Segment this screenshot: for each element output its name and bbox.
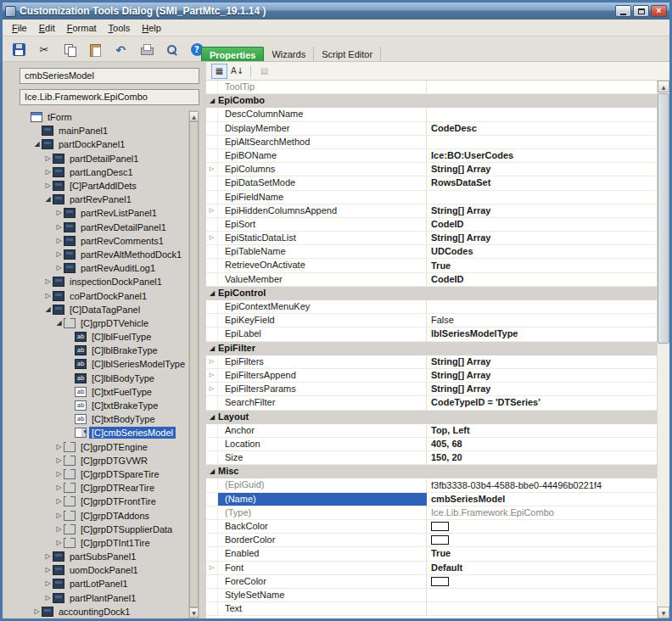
collapsed-icon[interactable]: ▷: [43, 293, 53, 299]
expanded-icon[interactable]: ◢: [43, 196, 53, 203]
collapsed-icon[interactable]: ▷: [54, 471, 64, 478]
tree-item[interactable]: ▷partRevDetailPanel1: [20, 221, 188, 234]
collapsed-icon[interactable]: ▷: [54, 512, 64, 519]
tree-scroll-thumb[interactable]: [189, 121, 199, 607]
property-category-misc[interactable]: ◢Misc: [206, 465, 657, 478]
tree-item[interactable]: ◢[C]DataTagPanel: [20, 303, 188, 316]
print-preview-button[interactable]: [162, 41, 181, 59]
property-row[interactable]: (Type)Ice.Lib.Framework.EpiCombo: [206, 506, 657, 520]
tree-item[interactable]: [C]txtBrakeType: [20, 399, 188, 412]
tree-item[interactable]: ▷inspectionDockPanel1: [20, 275, 188, 288]
property-row[interactable]: DescColumnName: [206, 108, 657, 121]
tree-scroll-down-button[interactable]: ▼: [189, 607, 199, 618]
property-row[interactable]: ▷FontDefault: [206, 562, 657, 575]
menu-item-tools[interactable]: Tools: [103, 21, 137, 35]
property-row[interactable]: Location405, 68: [206, 438, 657, 451]
property-expand-icon[interactable]: ▷: [206, 232, 218, 244]
expanded-icon[interactable]: ◢: [54, 320, 64, 327]
tree-item[interactable]: [C]lblSeriesModelType: [20, 357, 188, 371]
alphabetical-button[interactable]: A↓: [229, 64, 245, 79]
tree-item[interactable]: [C]lblFuelType: [20, 330, 188, 344]
tree-item[interactable]: ▷partSubsPanel1: [20, 550, 188, 563]
property-row[interactable]: RetrieveOnActivateTrue: [206, 259, 657, 272]
maximize-button[interactable]: [633, 5, 649, 17]
tree-scroll-up-button[interactable]: ▲: [189, 111, 199, 121]
tree-item[interactable]: ▷partLotPanel1: [20, 577, 188, 590]
property-category-layout[interactable]: ◢Layout: [206, 411, 657, 424]
tree-item[interactable]: [C]txtFuelType: [20, 385, 188, 399]
collapsed-icon[interactable]: ▷: [32, 608, 42, 615]
tree-item[interactable]: ▷partRevListPanel1: [20, 206, 188, 220]
property-category-epicombo[interactable]: ◢EpiCombo: [206, 94, 657, 108]
property-expand-icon[interactable]: ▷: [206, 383, 218, 395]
property-row[interactable]: ▷EpiFiltersParamsString[] Array: [206, 383, 657, 396]
tree-item[interactable]: ▷accountingDock1: [20, 605, 188, 618]
property-row[interactable]: ToolTip: [206, 81, 657, 94]
tree-item[interactable]: ▷[C]grpDTSupplierData: [20, 523, 188, 536]
collapsed-icon[interactable]: ▷: [43, 595, 53, 601]
minimize-button[interactable]: [615, 5, 631, 17]
tree-item[interactable]: ▷partDetailPanel1: [20, 152, 188, 165]
property-row[interactable]: EpiDataSetModeRowsDataSet: [206, 176, 657, 190]
tree-item[interactable]: ▷[C]grpDTInt1Tire: [20, 536, 188, 550]
property-row[interactable]: EpiSortCodeID: [206, 218, 657, 232]
tree-item[interactable]: [C]cmbSeriesModel: [20, 426, 188, 439]
tree-item[interactable]: ▷[C]grpDTAddons: [20, 508, 188, 522]
collapsed-icon[interactable]: ▷: [54, 251, 64, 258]
property-row[interactable]: ▷EpiFiltersString[] Array: [206, 355, 657, 369]
property-row[interactable]: ValueMemberCodeID: [206, 273, 657, 287]
tree-item[interactable]: ▷uomDockPanel1: [20, 563, 188, 577]
collapsed-icon[interactable]: ▷: [43, 278, 53, 285]
property-row[interactable]: Text: [206, 602, 657, 616]
tree-item[interactable]: [C]txtBodyType: [20, 412, 188, 426]
paste-button[interactable]: [86, 41, 104, 59]
tree-item[interactable]: ▷[C]grpDTRearTire: [20, 481, 188, 495]
property-row[interactable]: Size150, 20: [206, 451, 657, 465]
property-expand-icon[interactable]: ▷: [206, 355, 218, 368]
property-expand-icon[interactable]: ▷: [206, 369, 218, 382]
property-row[interactable]: BackColor: [206, 520, 657, 534]
menu-item-edit[interactable]: Edit: [33, 21, 61, 35]
collapsed-icon[interactable]: ▷: [54, 526, 64, 533]
tree-item[interactable]: ▷partRevAltMethodDock1: [20, 248, 188, 261]
collapsed-icon[interactable]: ▷: [43, 155, 53, 162]
property-expand-icon[interactable]: ▷: [206, 562, 218, 574]
property-row[interactable]: BorderColor: [206, 534, 657, 547]
tab-properties[interactable]: Properties: [201, 47, 264, 61]
menu-item-format[interactable]: Format: [61, 21, 103, 35]
collapsed-icon[interactable]: ▷: [54, 224, 64, 231]
collapsed-icon[interactable]: ▷: [43, 553, 53, 560]
property-row[interactable]: ▷EpiStaticDataListString[] Array: [206, 232, 657, 245]
property-row[interactable]: EnabledTrue: [206, 547, 657, 561]
undo-button[interactable]: ↶: [111, 41, 130, 59]
collapsed-icon[interactable]: ▷: [43, 580, 53, 587]
property-row[interactable]: (EpiGuid)f3fb3338-03b4-4588-bbe0-44496b0…: [206, 478, 657, 492]
tree-item[interactable]: ▷[C]grpDTGVWR: [20, 454, 188, 467]
tree-item[interactable]: ▷partRevAuditLog1: [20, 261, 188, 275]
tree-item[interactable]: [C]lblBrakeType: [20, 344, 188, 357]
property-expand-icon[interactable]: ▷: [206, 204, 218, 217]
property-row[interactable]: StyleSetName: [206, 589, 657, 602]
property-row[interactable]: ▷EpiHiddenColumnsAppendString[] Array: [206, 204, 657, 218]
cut-button[interactable]: ✂: [35, 41, 53, 59]
collapsed-icon[interactable]: ▷: [54, 265, 64, 271]
property-expand-icon[interactable]: ▷: [206, 163, 218, 176]
tree-item[interactable]: ▷coPartDockPanel1: [20, 288, 188, 302]
grid-scroll-up-button[interactable]: ▲: [658, 81, 669, 92]
property-row[interactable]: EpiFieldName: [206, 191, 657, 204]
close-button[interactable]: ×: [651, 5, 667, 17]
property-row[interactable]: DisplayMemberCodeDesc: [206, 122, 657, 136]
tab-wizards[interactable]: Wizards: [264, 47, 314, 61]
tree-item[interactable]: ▷[C]grpDTEngine: [20, 440, 188, 454]
tree-item[interactable]: ▷partPlantPanel1: [20, 591, 188, 605]
collapsed-icon[interactable]: ▷: [54, 484, 64, 491]
expanded-icon[interactable]: ◢: [43, 306, 53, 313]
tree-item[interactable]: ◢partRevPanel1: [20, 193, 188, 206]
property-row[interactable]: ▷EpiColumnsString[] Array: [206, 163, 657, 176]
menu-item-help[interactable]: Help: [136, 21, 167, 35]
collapsed-icon[interactable]: ▷: [54, 238, 64, 244]
tree-item[interactable]: mainPanel1: [20, 124, 188, 137]
tree-item[interactable]: tForm: [20, 110, 188, 124]
title-bar[interactable]: Customization Tools Dialog (SMI_PartMtc_…: [3, 3, 669, 20]
save-button[interactable]: [9, 41, 28, 59]
